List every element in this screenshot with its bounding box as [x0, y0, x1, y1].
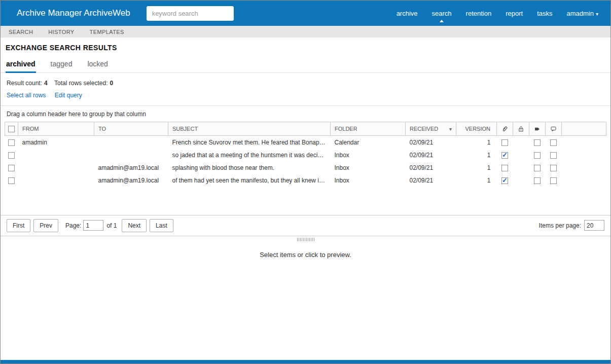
last-page-button[interactable]: Last	[150, 219, 173, 232]
column-header-version[interactable]: VERSION	[456, 122, 497, 136]
nav-tasks[interactable]: tasks	[530, 10, 559, 17]
column-header-attachment[interactable]	[497, 122, 513, 136]
cell-subject[interactable]: so jaded that at a meeting of the huntsm…	[168, 149, 331, 161]
cell-lock	[513, 136, 529, 149]
nav-archive[interactable]: archive	[389, 10, 425, 17]
cell-to	[94, 149, 168, 161]
cell-folder: Inbox	[331, 174, 406, 187]
preview-placeholder-text: Select items or click to preview.	[260, 251, 351, 259]
column-header-to[interactable]: TO	[94, 122, 168, 136]
attachment-checkbox[interactable]	[501, 152, 508, 159]
column-header-folder[interactable]: FOLDER	[331, 122, 406, 136]
prev-page-button[interactable]: Prev	[33, 219, 58, 232]
cell-from: amadmin	[18, 136, 94, 149]
tag-checkbox[interactable]	[534, 152, 541, 159]
splitter-grip-icon	[297, 238, 314, 241]
first-page-button[interactable]: First	[7, 219, 30, 232]
page-title: EXCHANGE SEARCH RESULTS	[6, 44, 605, 52]
tab-archived[interactable]: archived	[6, 59, 36, 73]
user-menu-label: amadmin	[567, 10, 594, 17]
top-nav: archive search retention report tasks am…	[389, 10, 605, 17]
pane-splitter[interactable]	[1, 236, 610, 243]
nav-retention[interactable]: retention	[459, 10, 499, 17]
sub-nav: SEARCH HISTORY TEMPLATES	[1, 26, 610, 38]
keyword-search-input[interactable]	[147, 6, 234, 21]
paperclip-icon	[501, 126, 508, 132]
nav-report[interactable]: report	[498, 10, 530, 17]
cell-lock	[513, 174, 529, 187]
items-per-page-input[interactable]	[584, 220, 604, 231]
column-header-from[interactable]: FROM	[18, 122, 94, 136]
cell-version: 1	[456, 161, 497, 174]
column-header-subject[interactable]: SUBJECT	[168, 122, 331, 136]
cell-folder: Inbox	[331, 161, 406, 174]
column-header-received[interactable]: RECEIVED▾	[406, 122, 456, 136]
column-header-tag[interactable]	[529, 122, 546, 136]
table-row[interactable]: amadmin@am19.local splashing with blood …	[5, 161, 606, 174]
comment-bubble-icon	[550, 126, 557, 132]
tab-locked[interactable]: locked	[87, 59, 108, 72]
cell-filler	[562, 149, 606, 161]
items-per-page-group: Items per page:	[539, 220, 604, 231]
tag-checkbox[interactable]	[534, 165, 541, 171]
select-all-checkbox[interactable]	[8, 126, 15, 132]
chevron-down-icon: ▾	[596, 11, 598, 17]
tag-checkbox[interactable]	[534, 177, 541, 184]
cell-folder: Calendar	[331, 136, 406, 149]
tag-checkbox[interactable]	[534, 139, 541, 146]
top-bar: Archive Manager ArchiveWeb archive searc…	[1, 1, 610, 26]
pagination-bar: First Prev Page: of 1 Next Last Items pe…	[1, 215, 610, 236]
received-label: RECEIVED	[410, 126, 438, 132]
cell-subject[interactable]: of them had yet seen the manifesto, but …	[168, 174, 331, 187]
subnav-templates[interactable]: TEMPLATES	[90, 29, 124, 35]
column-header-comment[interactable]	[546, 122, 562, 136]
cell-filler	[562, 174, 606, 187]
table-row[interactable]: so jaded that at a meeting of the huntsm…	[5, 149, 606, 161]
subnav-search[interactable]: SEARCH	[9, 29, 33, 35]
cell-from	[18, 174, 94, 187]
attachment-checkbox[interactable]	[501, 165, 508, 171]
nav-search[interactable]: search	[425, 10, 459, 17]
row-select-checkbox[interactable]	[8, 165, 15, 171]
tab-tagged[interactable]: tagged	[50, 59, 73, 72]
cell-from	[18, 161, 94, 174]
user-menu[interactable]: amadmin▾	[560, 10, 606, 17]
subnav-history[interactable]: HISTORY	[48, 29, 74, 35]
cell-received: 02/09/21	[406, 161, 456, 174]
group-by-bar[interactable]: Drag a column header here to group by th…	[5, 106, 606, 122]
result-count-label: Result count:	[7, 80, 42, 87]
page-number-input[interactable]	[83, 220, 103, 231]
attachment-checkbox[interactable]	[501, 177, 508, 184]
cell-from	[18, 149, 94, 161]
result-tabs: archived tagged locked	[1, 59, 610, 73]
comment-checkbox[interactable]	[550, 152, 557, 159]
column-header-lock[interactable]	[513, 122, 529, 136]
table-empty-space	[5, 187, 606, 215]
preview-pane: Select items or click to preview.	[1, 243, 610, 259]
table-row[interactable]: amadmin@am19.local of them had yet seen …	[5, 174, 606, 187]
comment-checkbox[interactable]	[550, 177, 557, 184]
cell-received: 02/09/21	[406, 136, 456, 149]
row-select-checkbox[interactable]	[8, 177, 15, 184]
cell-subject[interactable]: French since Suvorov met them. He feared…	[168, 136, 331, 149]
cell-to	[94, 136, 168, 149]
results-table: FROM TO SUBJECT FOLDER RECEIVED▾ VERSION	[5, 122, 606, 187]
next-page-button[interactable]: Next	[122, 219, 147, 232]
edit-query-link[interactable]: Edit query	[55, 92, 82, 99]
comment-checkbox[interactable]	[550, 165, 557, 171]
select-all-rows-link[interactable]: Select all rows	[7, 92, 46, 99]
select-all-checkbox-header[interactable]	[5, 122, 18, 136]
row-select-checkbox[interactable]	[8, 139, 15, 146]
rows-selected-value: 0	[110, 80, 113, 87]
cell-filler	[562, 136, 606, 149]
lock-icon	[518, 126, 524, 132]
row-select-checkbox[interactable]	[8, 152, 15, 159]
cell-folder: Inbox	[331, 149, 406, 161]
comment-checkbox[interactable]	[550, 139, 557, 146]
filter-caret-icon[interactable]: ▾	[449, 126, 452, 132]
attachment-checkbox[interactable]	[501, 139, 508, 146]
cell-lock	[513, 149, 529, 161]
table-row[interactable]: amadmin French since Suvorov met them. H…	[5, 136, 606, 149]
cell-subject[interactable]: splashing with blood those near them.	[168, 161, 331, 174]
cell-filler	[562, 161, 606, 174]
